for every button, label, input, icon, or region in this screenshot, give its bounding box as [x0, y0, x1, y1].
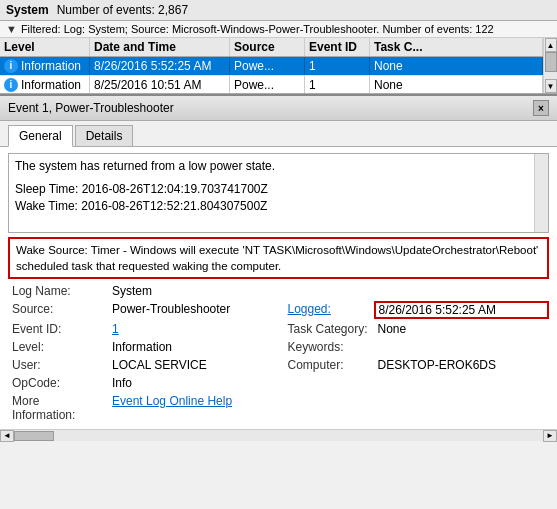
opcode-label: OpCode: [8, 375, 108, 391]
row1-source: Powe... [230, 57, 305, 75]
table-scrollbar[interactable]: ▲ ▼ [543, 38, 557, 93]
table-header: Level Date and Time Source Event ID Task… [0, 38, 557, 57]
detail-content: The system has returned from a low power… [0, 147, 557, 429]
keywords-label: Keywords: [284, 339, 374, 355]
eventid-label: Event ID: [8, 321, 108, 337]
computer-label: Computer: [284, 357, 374, 373]
more-info-link[interactable]: Event Log Online Help [108, 393, 284, 423]
source-label: Source: [8, 301, 108, 319]
info-icon: i [4, 59, 18, 73]
close-button[interactable]: × [533, 100, 549, 116]
row2-datetime: 8/25/2016 10:51 AM [90, 76, 230, 94]
filter-bar: ▼ Filtered: Log: System; Source: Microso… [0, 21, 557, 38]
opcode-value: Info [108, 375, 284, 391]
user-value: LOCAL SERVICE [108, 357, 284, 373]
row2-level: i Information [0, 76, 90, 94]
detail-title-bar: Event 1, Power-Troubleshooter × [0, 96, 557, 121]
message-line4: Wake Time: 2016-08-26T12:52:21.804307500… [15, 198, 542, 215]
message-line1: The system has returned from a low power… [15, 158, 542, 175]
scroll-down-button[interactable]: ▼ [545, 79, 557, 93]
col-header-taskcat: Task C... [370, 38, 543, 56]
h-scroll-thumb[interactable] [14, 431, 54, 441]
detail-title: Event 1, Power-Troubleshooter [8, 101, 174, 115]
row2-source: Powe... [230, 76, 305, 94]
message-scrollbar[interactable] [534, 154, 548, 232]
source-value: Power-Troubleshooter [108, 301, 284, 319]
level-value: Information [108, 339, 284, 355]
taskcategory-value: None [374, 321, 550, 337]
keywords-value [374, 339, 550, 355]
col-header-source: Source [230, 38, 305, 56]
more-info-label: More Information: [8, 393, 108, 423]
computer-value: DESKTOP-EROK6DS [374, 357, 550, 373]
eventid-value: 1 [108, 321, 284, 337]
tab-details[interactable]: Details [75, 125, 134, 146]
message-box: The system has returned from a low power… [8, 153, 549, 233]
table-row[interactable]: i Information 8/26/2016 5:52:25 AM Powe.… [0, 57, 557, 76]
scroll-left-button[interactable]: ◄ [0, 430, 14, 442]
logged-value: 8/26/2016 5:52:25 AM [374, 301, 550, 319]
scroll-right-button[interactable]: ► [543, 430, 557, 442]
wake-source-text: Wake Source: Timer - Windows will execut… [16, 244, 538, 272]
filter-text: Filtered: Log: System; Source: Microsoft… [21, 23, 494, 35]
tab-general[interactable]: General [8, 125, 73, 147]
col-header-datetime: Date and Time [90, 38, 230, 56]
row1-level: i Information [0, 57, 90, 75]
taskcategory-label: Task Category: [284, 321, 374, 337]
app-title: System [6, 3, 49, 17]
log-name-label: Log Name: [8, 283, 108, 299]
row1-taskcat: None [370, 57, 543, 75]
horizontal-scrollbar[interactable]: ◄ ► [0, 429, 557, 441]
detail-tabs: General Details [0, 121, 557, 147]
info-icon: i [4, 78, 18, 92]
user-label: User: [8, 357, 108, 373]
message-line3: Sleep Time: 2016-08-26T12:04:19.70374170… [15, 181, 542, 198]
row2-eventid: 1 [305, 76, 370, 94]
log-name-value: System [108, 283, 284, 299]
level-label: Level: [8, 339, 108, 355]
row1-eventid: 1 [305, 57, 370, 75]
scroll-up-button[interactable]: ▲ [545, 38, 557, 52]
col-header-eventid: Event ID [305, 38, 370, 56]
scroll-thumb[interactable] [545, 52, 557, 72]
row1-datetime: 8/26/2016 5:52:25 AM [90, 57, 230, 75]
wake-source-box: Wake Source: Timer - Windows will execut… [8, 237, 549, 279]
event-table: Level Date and Time Source Event ID Task… [0, 38, 557, 94]
title-bar: System Number of events: 2,867 [0, 0, 557, 21]
table-row[interactable]: i Information 8/25/2016 10:51 AM Powe...… [0, 76, 557, 94]
metadata-grid: Log Name: System Source: Power-Troublesh… [8, 283, 549, 423]
row2-taskcat: None [370, 76, 543, 94]
col-header-level: Level [0, 38, 90, 56]
event-count: Number of events: 2,867 [57, 3, 188, 17]
filter-icon: ▼ [6, 23, 17, 35]
detail-panel: Event 1, Power-Troubleshooter × General … [0, 94, 557, 441]
logged-label[interactable]: Logged: [284, 301, 374, 319]
